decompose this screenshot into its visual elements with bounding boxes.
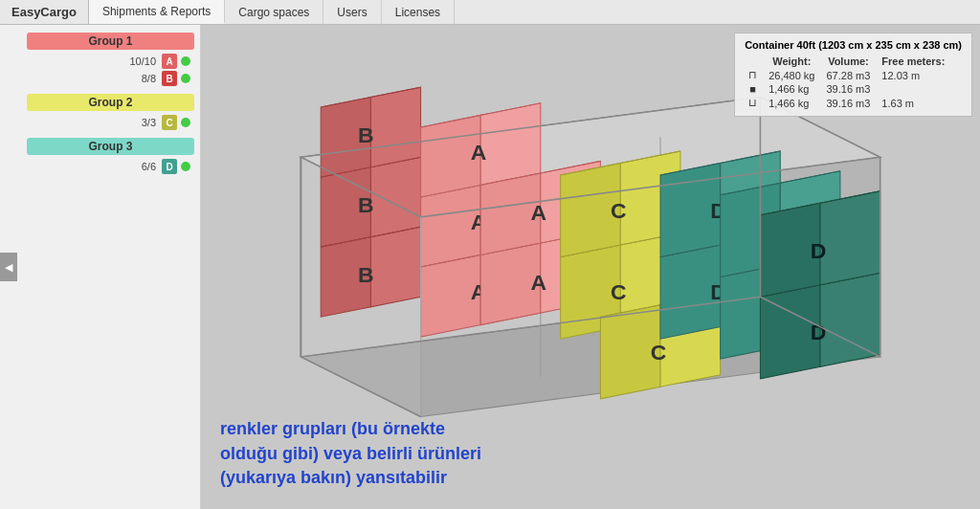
main-content: ◀ Group 1 10/10 A 8/8 B Group 2 3/3 C (0, 25, 980, 509)
info-row-2: ■ 1,466 kg 39.16 m3 (745, 82, 952, 96)
tab-licenses[interactable]: Licenses (382, 0, 455, 24)
sidebar: ◀ Group 1 10/10 A 8/8 B Group 2 3/3 C (0, 25, 201, 509)
group-3-count-d: 6/6 (142, 161, 156, 172)
svg-text:C: C (611, 279, 627, 304)
group-3-row-d: 6/6 D (27, 159, 194, 174)
status-dot-d1 (181, 162, 190, 171)
group-2-label[interactable]: Group 2 (27, 94, 194, 111)
svg-marker-9 (370, 157, 420, 236)
status-dot-c1 (181, 118, 190, 127)
info-row-1: ⊓ 26,480 kg 67.28 m3 12.03 m (745, 68, 952, 82)
nav-bar: EasyCargo Shipments & Reports Cargo spac… (0, 0, 980, 25)
status-dot-b1 (181, 74, 190, 83)
weight-header: Weight: (765, 55, 822, 68)
group-2-row-c: 3/3 C (27, 115, 194, 130)
group-3-section: Group 3 6/6 D (27, 138, 194, 174)
svg-text:B: B (358, 122, 374, 147)
container-title: Container 40ft (1203 cm x 235 cm x 238 c… (745, 39, 962, 51)
group-1-count-b: 8/8 (142, 73, 156, 84)
info-table: Weight: Volume: Free meters: ⊓ 26,480 kg… (745, 55, 952, 110)
weight-1: 26,480 kg (765, 68, 822, 82)
bottom-text: renkler grupları (bu örnekte olduğu gibi… (220, 417, 488, 490)
weight-2: 1,466 kg (765, 82, 822, 96)
info-panel: Container 40ft (1203 cm x 235 cm x 238 c… (734, 33, 972, 117)
group-1-row-a: 10/10 A (27, 54, 194, 69)
volume-2: 39.16 m3 (822, 82, 878, 96)
svg-marker-73 (820, 191, 880, 285)
svg-text:A: A (530, 200, 546, 225)
free-header: Free meters: (878, 55, 952, 68)
status-dot-a1 (181, 56, 190, 66)
badge-c: C (162, 115, 177, 130)
badge-d: D (162, 159, 177, 174)
weight-3: 1,466 kg (765, 96, 822, 110)
svg-marker-17 (370, 87, 420, 166)
info-row-3: ⊔ 1,466 kg 39.16 m3 1.63 m (745, 96, 952, 110)
svg-text:B: B (358, 192, 374, 217)
svg-text:A: A (471, 140, 487, 165)
svg-text:A: A (530, 270, 546, 295)
tab-cargo-spaces[interactable]: Cargo spaces (225, 0, 323, 24)
badge-a: A (162, 54, 177, 69)
volume-3: 39.16 m3 (822, 96, 878, 110)
free-2 (878, 82, 952, 96)
nav-logo: EasyCargo (0, 0, 89, 24)
truck-icon: ⊓ (745, 68, 765, 82)
group-1-row-b: 8/8 B (27, 71, 194, 86)
tab-users[interactable]: Users (323, 0, 381, 24)
group-1-count-a: 10/10 (129, 55, 156, 67)
svg-marker-29 (480, 103, 541, 186)
group-1-label[interactable]: Group 1 (27, 33, 194, 50)
b-boxes: B B B (321, 87, 420, 317)
box-icon: ■ (745, 82, 765, 96)
svg-marker-13 (370, 227, 420, 306)
info-icon-header (745, 55, 765, 68)
volume-header: Volume: (822, 55, 878, 68)
tab-shipments-reports[interactable]: Shipments & Reports (89, 0, 225, 24)
svg-text:D: D (811, 238, 827, 263)
volume-1: 67.28 m3 (822, 68, 878, 82)
group-2-count-c: 3/3 (142, 117, 156, 128)
badge-b: B (162, 71, 177, 86)
pallet-icon: ⊔ (745, 96, 765, 110)
svg-text:B: B (358, 262, 374, 287)
group-1-section: Group 1 10/10 A 8/8 B (27, 33, 194, 86)
free-1: 12.03 m (878, 68, 952, 82)
viz-area: Container 40ft (1203 cm x 235 cm x 238 c… (201, 25, 980, 509)
svg-text:C: C (611, 198, 627, 223)
sidebar-toggle[interactable]: ◀ (0, 253, 17, 281)
group-3-label[interactable]: Group 3 (27, 138, 194, 155)
free-3: 1.63 m (878, 96, 952, 110)
group-2-section: Group 2 3/3 C (27, 94, 194, 130)
svg-text:C: C (651, 340, 667, 365)
